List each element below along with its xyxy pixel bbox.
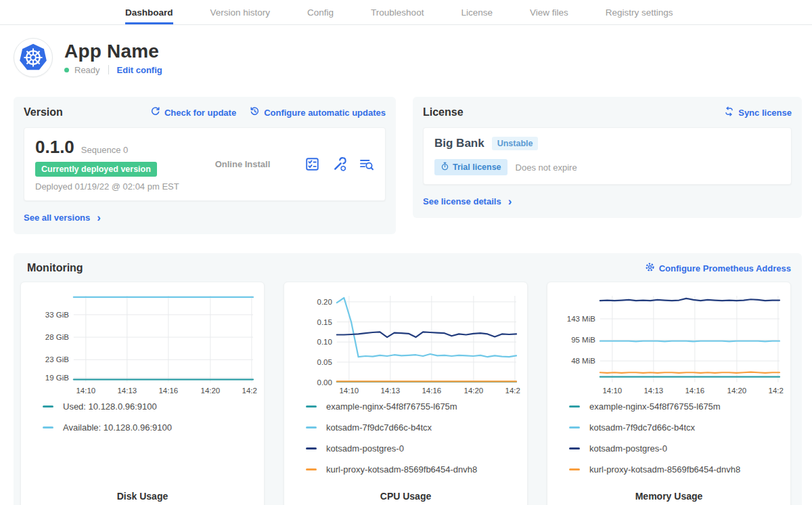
legend-label: Used: 10.128.0.96:9100 (63, 401, 157, 412)
app-header: App Name Ready Edit config (14, 38, 802, 77)
see-license-details-link[interactable]: See license details › (423, 196, 512, 207)
top-nav: DashboardVersion historyConfigTroublesho… (0, 0, 812, 25)
legend-item: kotsadm-postgres-0 (569, 443, 777, 454)
divider (108, 65, 109, 74)
deployed-timestamp: Deployed 01/19/22 @ 02:04 pm EST (35, 181, 181, 192)
legend-label: kotsadm-7f9dc7d66c-b4tcx (589, 422, 695, 433)
legend-item: kotsadm-postgres-0 (306, 443, 514, 454)
page-title: App Name (64, 41, 162, 62)
license-card-title: License (423, 106, 464, 118)
clock-refresh-icon (250, 106, 260, 118)
chart-title: Memory Usage (554, 485, 784, 505)
legend-item: kurl-proxy-kotsadm-8569fb6454-dnvh8 (569, 464, 777, 475)
deployed-badge: Currently deployed version (35, 162, 157, 177)
monitoring-section: Monitoring Configure Prometheus Address … (14, 253, 802, 505)
trial-license-badge: Trial license (434, 159, 508, 175)
channel-badge: Unstable (492, 137, 539, 150)
tab-view-files[interactable]: View files (530, 0, 568, 24)
svg-text:95 MiB: 95 MiB (571, 336, 595, 344)
svg-text:48 MiB: 48 MiB (571, 357, 595, 365)
legend-dash-icon (569, 447, 580, 449)
legend-dash-icon (569, 468, 580, 470)
see-all-versions-link[interactable]: See all versions › (24, 212, 101, 223)
chart-title: CPU Usage (291, 485, 520, 505)
legend-item: example-nginx-54f8f76755-l675m (306, 401, 514, 412)
legend-item: Available: 10.128.0.96:9100 (43, 422, 250, 433)
cards-row: Version Check for update (14, 97, 802, 234)
legend-item: Used: 10.128.0.96:9100 (43, 401, 250, 412)
chart-title: Disk Usage (28, 485, 257, 505)
check-for-update-link[interactable]: Check for update (150, 106, 236, 118)
current-version-panel: 0.1.0 Sequence 0 Currently deployed vers… (24, 127, 386, 201)
tab-config[interactable]: Config (307, 0, 334, 24)
disk-usage-legend: Used: 10.128.0.96:9100Available: 10.128.… (28, 399, 257, 443)
view-logs-icon[interactable] (359, 156, 374, 172)
svg-text:14:23: 14:23 (242, 387, 257, 395)
svg-text:14:10: 14:10 (340, 387, 359, 395)
svg-text:14:13: 14:13 (644, 387, 664, 395)
app-status: Ready (74, 65, 100, 75)
tab-dashboard[interactable]: Dashboard (125, 0, 173, 24)
gear-icon (645, 262, 655, 274)
svg-text:28 GiB: 28 GiB (45, 333, 69, 341)
legend-label: example-nginx-54f8f76755-l675m (589, 401, 721, 412)
legend-label: kurl-proxy-kotsadm-8569fb6454-dnvh8 (326, 464, 477, 475)
chevron-right-icon: › (97, 212, 101, 223)
main-content: App Name Ready Edit config Version (0, 25, 812, 505)
svg-text:14:20: 14:20 (727, 387, 747, 395)
svg-text:0.05: 0.05 (317, 358, 332, 366)
svg-text:33 GiB: 33 GiB (45, 311, 69, 319)
svg-text:14:16: 14:16 (685, 387, 704, 395)
svg-text:14:10: 14:10 (603, 387, 623, 395)
svg-text:14:23: 14:23 (505, 387, 520, 395)
install-type-label: Online Install (181, 159, 304, 169)
legend-label: kurl-proxy-kotsadm-8569fb6454-dnvh8 (589, 464, 740, 475)
version-card: Version Check for update (14, 97, 396, 234)
tab-registry-settings[interactable]: Registry settings (606, 0, 673, 24)
svg-text:14:20: 14:20 (201, 387, 221, 395)
svg-text:0.10: 0.10 (317, 338, 332, 346)
svg-text:23 GiB: 23 GiB (45, 355, 69, 364)
chevron-right-icon: › (508, 196, 512, 207)
svg-text:0.00: 0.00 (317, 378, 332, 387)
svg-text:14:20: 14:20 (464, 387, 484, 395)
monitoring-title: Monitoring (27, 262, 83, 274)
cpu-usage-plot: 14:1014:1314:1614:2014:230.200.150.100.0… (291, 290, 520, 399)
legend-dash-icon (569, 405, 580, 408)
configure-auto-updates-link[interactable]: Configure automatic updates (250, 106, 386, 118)
charts-row: 14:1014:1314:1614:2014:2333 GiB28 GiB23 … (20, 282, 791, 505)
svg-text:14:16: 14:16 (158, 387, 178, 395)
legend-item: example-nginx-54f8f76755-l675m (569, 401, 777, 412)
nav-tabs: DashboardVersion historyConfigTroublesho… (125, 0, 812, 24)
legend-dash-icon (569, 426, 580, 429)
edit-config-link[interactable]: Edit config (117, 65, 162, 75)
kubernetes-logo-icon (14, 38, 53, 77)
legend-dash-icon (43, 405, 53, 408)
legend-label: kotsadm-postgres-0 (326, 443, 404, 454)
legend-dash-icon (306, 426, 317, 429)
legend-item: kurl-proxy-kotsadm-8569fb6454-dnvh8 (306, 464, 514, 475)
svg-text:0.20: 0.20 (317, 298, 332, 306)
preflight-checklist-icon[interactable] (304, 156, 320, 172)
tab-license[interactable]: License (461, 0, 493, 24)
sync-arrows-icon (724, 106, 734, 118)
svg-text:143 MiB: 143 MiB (567, 315, 595, 323)
tab-version-history[interactable]: Version history (210, 0, 271, 24)
version-card-title: Version (24, 106, 63, 118)
chart-card-memory-usage: 14:1014:1314:1614:2014:23143 MiB95 MiB48… (547, 282, 791, 505)
svg-text:19 GiB: 19 GiB (45, 374, 69, 382)
memory-usage-plot: 14:1014:1314:1614:2014:23143 MiB95 MiB48… (554, 290, 784, 399)
legend-item: kotsadm-7f9dc7d66c-b4tcx (306, 422, 514, 433)
svg-text:14:13: 14:13 (381, 387, 401, 395)
configure-prometheus-link[interactable]: Configure Prometheus Address (645, 262, 791, 274)
customer-name: Big Bank (434, 137, 484, 150)
legend-dash-icon (306, 447, 317, 449)
status-dot (64, 68, 69, 72)
tab-troubleshoot[interactable]: Troubleshoot (371, 0, 424, 24)
wrench-gear-icon[interactable] (332, 156, 347, 172)
svg-text:14:16: 14:16 (422, 387, 441, 395)
sync-license-link[interactable]: Sync license (724, 106, 792, 118)
legend-label: kotsadm-7f9dc7d66c-b4tcx (326, 422, 432, 433)
stopwatch-icon (441, 162, 449, 173)
disk-usage-plot: 14:1014:1314:1614:2014:2333 GiB28 GiB23 … (28, 290, 257, 399)
